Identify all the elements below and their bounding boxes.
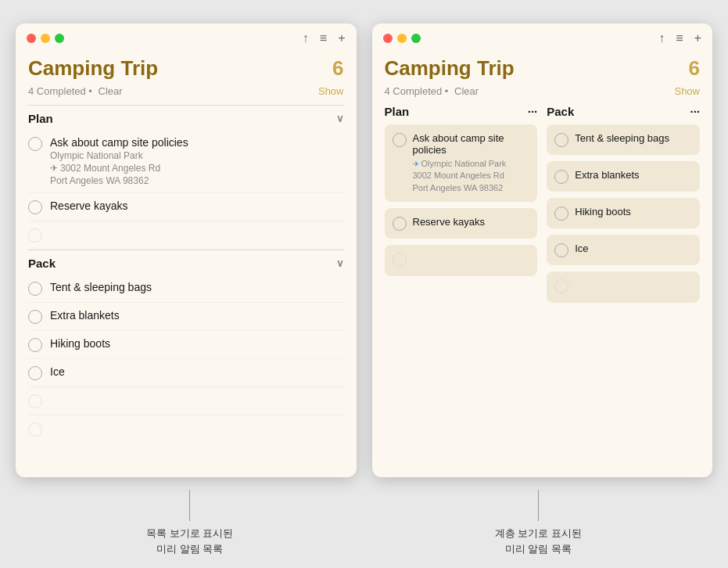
left-separator: •: [86, 85, 95, 97]
right-pack-blankets-checkbox[interactable]: [554, 170, 568, 184]
right-pack-empty-checkbox[interactable]: [554, 279, 568, 293]
right-add-icon[interactable]: +: [694, 31, 701, 45]
right-plan-col-header: Plan ···: [385, 105, 538, 124]
right-plan-ask-content: Ask about camp site policies ✈ Olympic N…: [413, 132, 530, 194]
right-share-icon[interactable]: ↑: [658, 31, 665, 45]
left-clear-button[interactable]: Clear: [99, 85, 123, 97]
right-separator: •: [442, 85, 451, 97]
right-plan-ask-item: Ask about camp site policies ✈ Olympic N…: [393, 132, 530, 194]
left-traffic-lights: [27, 34, 64, 43]
left-plan-ask-text: Ask about camp site policies: [50, 136, 188, 149]
left-note-title: Camping Trip: [28, 56, 158, 81]
right-pack-boots-item: Hiking boots: [554, 206, 692, 221]
left-pack-ice-checkbox[interactable]: [28, 366, 42, 380]
right-clear-button[interactable]: Clear: [454, 85, 479, 97]
right-plan-col-label: Plan: [385, 105, 410, 118]
right-plan-empty-item: [393, 253, 530, 267]
right-plan-ask-checkbox[interactable]: [393, 133, 407, 147]
right-show-button[interactable]: Show: [674, 85, 700, 97]
right-pack-boots-text: Hiking boots: [575, 206, 631, 217]
right-plan-col-menu[interactable]: ···: [528, 105, 538, 118]
right-minimize-button[interactable]: [397, 34, 407, 43]
left-plan-ask-checkbox[interactable]: [28, 137, 42, 151]
left-window: ↑ ≡ + Camping Trip 6 4 Completed • Clear…: [16, 23, 357, 477]
right-pack-tent-checkbox[interactable]: [554, 133, 568, 147]
right-pack-card-tent: Tent & sleeping bags: [547, 124, 700, 155]
left-pack-section-header[interactable]: Pack ∨: [28, 250, 344, 275]
bottom-labels: 목록 보기로 표시된 미리 알림 목록 계층 보기로 표시된 미리 알림 목록: [16, 490, 712, 556]
right-completed-row: 4 Completed • Clear Show: [385, 85, 701, 97]
left-plan-empty-checkbox[interactable]: [28, 228, 42, 243]
right-maximize-button[interactable]: [411, 34, 421, 43]
left-minimize-button[interactable]: [41, 34, 50, 43]
right-plan-kayaks-text: Reserve kayaks: [413, 216, 485, 228]
left-plan-item-ask: Ask about camp site policies Olympic Nat…: [28, 130, 344, 193]
right-pack-col-header: Pack ···: [547, 105, 700, 124]
left-content: Camping Trip 6 4 Completed • Clear Show …: [16, 53, 357, 477]
right-content: Camping Trip 6 4 Completed • Clear Show …: [372, 53, 713, 477]
left-pack-label: Pack: [28, 257, 56, 270]
left-plan-label: Plan: [28, 112, 53, 125]
left-maximize-button[interactable]: [55, 34, 64, 43]
left-pack-chevron[interactable]: ∨: [336, 257, 344, 269]
right-location-pin-icon: ✈: [413, 160, 419, 168]
right-pack-blankets-text: Extra blankets: [575, 169, 639, 181]
location-pin-icon: ✈: [50, 163, 58, 174]
right-plan-empty-checkbox[interactable]: [393, 253, 407, 267]
left-plan-ask-content: Ask about camp site policies Olympic Nat…: [50, 136, 188, 186]
right-bottom-label-block: 계층 보기로 표시된 미리 알림 목록: [495, 490, 582, 556]
right-close-button[interactable]: [383, 34, 393, 43]
right-pack-card-boots: Hiking boots: [547, 198, 700, 228]
right-pack-boots-checkbox[interactable]: [554, 207, 568, 221]
right-plan-ask-text: Ask about camp site policies: [413, 132, 530, 156]
left-plan-section-header[interactable]: Plan ∨: [28, 105, 344, 130]
right-pack-empty-item: [554, 279, 692, 293]
right-list-icon[interactable]: ≡: [676, 31, 683, 45]
left-toolbar-actions: ↑ ≡ +: [303, 31, 346, 45]
right-bottom-text: 계층 보기로 표시된 미리 알림 목록: [495, 526, 582, 556]
right-pack-card-blankets: Extra blankets: [547, 161, 700, 192]
right-pack-ice-checkbox[interactable]: [554, 243, 568, 257]
right-plan-card-kayaks: Reserve kayaks: [385, 208, 538, 239]
left-pack-empty-checkbox[interactable]: [28, 394, 42, 408]
left-bottom-text: 목록 보기로 표시된 미리 알림 목록: [146, 526, 233, 556]
left-completed-text: 4 Completed: [28, 85, 86, 97]
left-pack-item-empty: [28, 387, 344, 415]
right-pack-blankets-item: Extra blankets: [554, 169, 692, 184]
left-pack-tent-checkbox[interactable]: [28, 282, 42, 296]
left-extra-empty-checkbox[interactable]: [28, 422, 42, 437]
left-plan-kayaks-checkbox[interactable]: [28, 200, 42, 214]
left-bottom-label-block: 목록 보기로 표시된 미리 알림 목록: [146, 490, 233, 556]
right-plan-column: Plan ··· Ask about camp site policies ✈ …: [385, 105, 538, 309]
left-pack-boots-text: Hiking boots: [50, 337, 110, 350]
left-pack-item-boots: Hiking boots: [28, 331, 344, 359]
left-show-button[interactable]: Show: [318, 85, 344, 97]
right-title-row: Camping Trip 6: [385, 53, 701, 85]
left-plan-item-empty: [28, 221, 344, 250]
left-plan-ask-subtext: Olympic National Park: [50, 150, 188, 161]
right-divider: [538, 490, 539, 521]
left-titlebar: ↑ ≡ +: [16, 23, 357, 53]
right-pack-col-menu[interactable]: ···: [690, 105, 700, 118]
right-traffic-lights: [383, 34, 421, 43]
right-window: ↑ ≡ + Camping Trip 6 4 Completed • Clear…: [372, 23, 713, 477]
left-pack-item-ice: Ice: [28, 359, 344, 387]
right-pack-card-empty: [547, 271, 700, 303]
left-list-icon[interactable]: ≡: [320, 31, 327, 45]
left-plan-ask-city: Port Angeles WA 98362: [50, 175, 188, 186]
left-pack-ice-text: Ice: [50, 365, 65, 378]
right-plan-kayaks-checkbox[interactable]: [393, 217, 407, 231]
left-close-button[interactable]: [27, 34, 36, 43]
left-pack-boots-checkbox[interactable]: [28, 338, 42, 352]
right-pack-tent-text: Tent & sleeping bags: [575, 132, 669, 144]
right-plan-ask-subtext: ✈ Olympic National Park3002 Mount Angele…: [413, 158, 530, 194]
left-share-icon[interactable]: ↑: [303, 31, 309, 45]
left-pack-blankets-checkbox[interactable]: [28, 310, 42, 324]
right-note-title: Camping Trip: [385, 56, 515, 81]
right-completed-text: 4 Completed: [385, 85, 443, 97]
right-note-count: 6: [689, 56, 700, 81]
left-pack-blankets-text: Extra blankets: [50, 309, 120, 322]
right-columns: Plan ··· Ask about camp site policies ✈ …: [385, 105, 701, 309]
left-add-icon[interactable]: +: [338, 31, 345, 45]
left-plan-chevron[interactable]: ∨: [336, 113, 344, 124]
